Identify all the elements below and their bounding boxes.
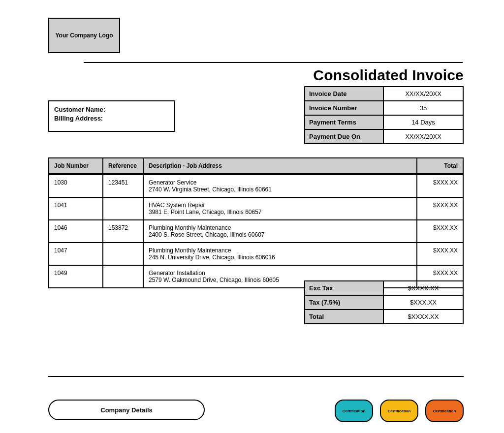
summary-value: $XXXX.XX	[384, 281, 463, 295]
meta-row: Invoice Date XX/XX/20XX	[305, 87, 463, 100]
desc-title: Plumbing Monthly Maintenance	[149, 247, 411, 254]
certification-badges: Certification Certification Certificatio…	[335, 400, 464, 422]
page-title: Consolidated Invoice	[313, 67, 464, 84]
desc-addr: 2400 S. Rose Street, Chicago, Illinois 6…	[149, 231, 411, 238]
cell-desc: Plumbing Monthly Maintenance 245 N. Univ…	[144, 243, 417, 265]
table-row: 1030 123451 Generator Service 2740 W. Vi…	[49, 174, 463, 197]
meta-row: Invoice Number 35	[305, 100, 463, 115]
cell-ref: 153872	[103, 220, 144, 242]
certification-badge: Certification	[425, 400, 464, 422]
cell-total: $XXX.XX	[417, 243, 463, 265]
cell-job: 1047	[49, 243, 103, 265]
bottom-divider	[48, 376, 464, 377]
cell-desc: Generator Service 2740 W. Virginia Stree…	[144, 175, 417, 197]
customer-box: Customer Name: Billing Address:	[48, 100, 175, 132]
logo-text: Your Company Logo	[55, 32, 113, 39]
invoice-meta-table: Invoice Date XX/XX/20XX Invoice Number 3…	[304, 86, 464, 144]
meta-label: Invoice Date	[305, 87, 384, 100]
meta-value: 14 Days	[384, 116, 463, 129]
summary-table: Exc Tax $XXXX.XX Tax (7.5%) $XXX.XX Tota…	[304, 280, 464, 324]
table-row: 1046 153872 Plumbing Monthly Maintenance…	[49, 219, 463, 242]
summary-row: Total $XXXX.XX	[305, 309, 463, 323]
desc-title: HVAC System Repair	[149, 202, 411, 209]
col-description: Description - Job Address	[144, 158, 417, 173]
summary-label: Tax (7.5%)	[305, 296, 384, 309]
summary-row: Tax (7.5%) $XXX.XX	[305, 295, 463, 309]
cell-total: $XXX.XX	[417, 198, 463, 219]
cell-ref: 123451	[103, 175, 144, 197]
desc-addr: 245 N. University Drive, Chicago, Illino…	[149, 254, 411, 261]
certification-badge: Certification	[335, 400, 373, 422]
col-total: Total	[417, 158, 463, 173]
summary-value: $XXXX.XX	[384, 310, 463, 323]
summary-label: Exc Tax	[305, 281, 384, 295]
meta-value: XX/XX/20XX	[384, 130, 463, 143]
meta-label: Payment Due On	[305, 130, 384, 143]
cell-desc: HVAC System Repair 3981 E. Point Lane, C…	[144, 198, 417, 219]
desc-title: Generator Installation	[149, 270, 411, 277]
summary-row: Exc Tax $XXXX.XX	[305, 281, 463, 295]
company-details-label: Company Details	[100, 406, 152, 414]
col-reference: Reference	[103, 158, 144, 173]
meta-value: XX/XX/20XX	[384, 87, 463, 100]
summary-value: $XXX.XX	[384, 296, 463, 309]
cell-total: $XXX.XX	[417, 220, 463, 242]
cell-job: 1041	[49, 198, 103, 219]
desc-title: Plumbing Monthly Maintenance	[149, 224, 411, 231]
cell-desc: Plumbing Monthly Maintenance 2400 S. Ros…	[144, 220, 417, 242]
customer-name-label: Customer Name:	[54, 105, 169, 114]
cell-total: $XXX.XX	[417, 175, 463, 197]
col-job-number: Job Number	[49, 158, 103, 173]
meta-row: Payment Due On XX/XX/20XX	[305, 129, 463, 143]
table-header: Job Number Reference Description - Job A…	[49, 158, 463, 174]
company-details-pill: Company Details	[48, 400, 205, 420]
desc-addr: 3981 E. Point Lane, Chicago, Illinois 60…	[149, 209, 411, 216]
cell-ref	[103, 198, 144, 219]
line-items-table: Job Number Reference Description - Job A…	[48, 157, 464, 288]
meta-label: Invoice Number	[305, 101, 384, 115]
meta-row: Payment Terms 14 Days	[305, 115, 463, 129]
billing-address-label: Billing Address:	[54, 114, 169, 123]
cell-job: 1030	[49, 175, 103, 197]
certification-badge: Certification	[380, 400, 418, 422]
cell-job: 1046	[49, 220, 103, 242]
cell-ref	[103, 243, 144, 265]
company-logo-placeholder: Your Company Logo	[48, 18, 120, 53]
desc-addr: 2740 W. Virginia Street, Chicago, Illino…	[149, 186, 411, 193]
table-row: 1041 HVAC System Repair 3981 E. Point La…	[49, 197, 463, 219]
meta-label: Payment Terms	[305, 116, 384, 129]
table-row: 1047 Plumbing Monthly Maintenance 245 N.…	[49, 242, 463, 265]
cell-job: 1049	[49, 266, 103, 287]
cell-ref	[103, 266, 144, 287]
top-divider	[84, 62, 463, 63]
desc-title: Generator Service	[149, 179, 411, 186]
summary-label: Total	[305, 310, 384, 323]
meta-value: 35	[384, 101, 463, 115]
